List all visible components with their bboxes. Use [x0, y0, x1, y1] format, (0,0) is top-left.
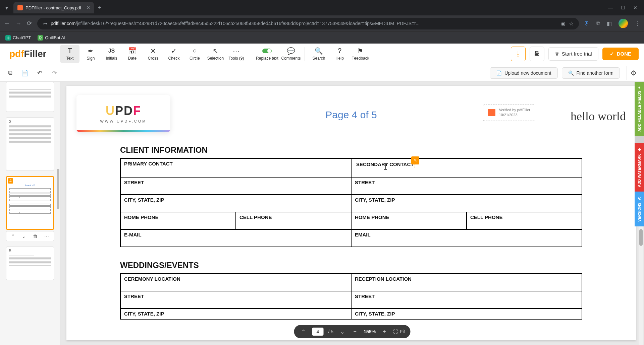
browser-menu-icon[interactable]: ⋮: [635, 20, 640, 27]
table-cell[interactable]: HOME PHONE: [351, 212, 467, 229]
bookmark-star-icon[interactable]: ☆: [569, 20, 574, 27]
tool-initials[interactable]: JSInitials: [102, 45, 121, 63]
side-tab-fillable-fields[interactable]: ADD FILLABLE FIELDS +: [635, 82, 644, 136]
page-thumbnail[interactable]: 5: [6, 247, 54, 280]
minimize-icon[interactable]: —: [608, 5, 613, 10]
upload-document-button[interactable]: 📄Upload new document: [490, 67, 557, 79]
document-page[interactable]: UPDF WWW.UPDF.COM Page 4 of 5 Verified b…: [66, 86, 636, 340]
tool-cross[interactable]: ✕Cross: [143, 45, 163, 63]
zoom-out-icon[interactable]: −: [351, 329, 359, 335]
comments-icon: 💬: [287, 47, 295, 55]
tool-check[interactable]: ✓Check: [164, 45, 183, 63]
document-actions-button[interactable]: 📄: [19, 67, 31, 79]
settings-button[interactable]: ⚙: [627, 66, 640, 80]
tool-circle[interactable]: ○Circle: [185, 45, 204, 63]
table-cell[interactable]: HOME PHONE: [120, 212, 236, 229]
shield-icon[interactable]: ⛨: [584, 20, 590, 26]
thumbnail-scrollbar[interactable]: [57, 169, 59, 209]
tool-text[interactable]: TText: [60, 45, 79, 63]
table-cell[interactable]: CEREMONY LOCATION: [120, 274, 351, 291]
tab-close-icon[interactable]: ×: [87, 5, 90, 11]
tool-tools[interactable]: ⋯Tools (9): [226, 45, 246, 63]
profile-avatar[interactable]: [619, 19, 628, 28]
table-cell[interactable]: EMAIL: [351, 229, 582, 247]
thumb-delete-icon[interactable]: 🗑: [33, 233, 38, 239]
google-lens-icon[interactable]: ◉: [561, 20, 566, 27]
table-cell[interactable]: PRIMARY CONTACT: [120, 158, 351, 177]
tool-replace-text[interactable]: Replace text: [254, 45, 280, 63]
table-cell[interactable]: STREET: [351, 291, 582, 308]
side-tab-watermark[interactable]: ADD WATERMARK ◆: [635, 143, 644, 192]
table-cell[interactable]: RECEPTION LOCATION: [351, 274, 582, 291]
workspace: 3 4 Page 4 of 5: [0, 82, 644, 345]
date-icon: 📅: [128, 47, 137, 55]
active-text-field[interactable]: SECONDARY CONTACT ✎: [355, 161, 415, 168]
done-button[interactable]: ✓DONE: [602, 48, 639, 60]
tab-list-dropdown-icon[interactable]: ▾: [3, 5, 11, 11]
next-page-icon[interactable]: ⌄: [338, 329, 346, 335]
verified-badge[interactable]: Verified by pdfFiller10/21/2023: [483, 105, 535, 121]
pdffiller-logo[interactable]: pdfFiller: [0, 49, 56, 59]
table-cell[interactable]: STREET: [120, 177, 351, 195]
reload-icon[interactable]: ⟳: [27, 20, 32, 27]
table-cell[interactable]: E-MAIL: [120, 229, 351, 247]
upload-doc-icon: 📄: [496, 70, 502, 76]
crown-icon: ♛: [555, 51, 559, 57]
thumb-more-icon[interactable]: ⋯: [44, 233, 49, 239]
download-button[interactable]: ⭳: [511, 47, 526, 61]
table-cell[interactable]: CITY, STATE, ZIP: [351, 308, 582, 319]
back-icon[interactable]: ←: [4, 20, 10, 27]
page-thumbnail[interactable]: [6, 82, 54, 112]
side-tab-versions[interactable]: VERSIONS ◷: [635, 192, 644, 226]
tool-search[interactable]: 🔍Search: [309, 45, 328, 63]
toolbar-separator: [250, 47, 250, 61]
nav-extension-icons: ⛨ ⧉ ◧ ⋮: [584, 19, 640, 28]
thumb-move-up-icon[interactable]: ⌃: [11, 233, 15, 239]
tab-favicon-icon: [17, 5, 23, 10]
tool-feedback[interactable]: ⚑Feedback: [351, 45, 370, 63]
bookmark-chatgpt[interactable]: ◎ ChatGPT: [5, 35, 31, 41]
new-tab-button[interactable]: +: [94, 4, 106, 11]
find-form-button[interactable]: 🔍Find another form: [562, 67, 620, 79]
fit-button[interactable]: ⛶Fit: [393, 329, 405, 334]
url-bar[interactable]: ⊶ pdffiller.com/jsfiller-desk16/?request…: [37, 18, 579, 29]
redo-button[interactable]: ↷: [48, 67, 60, 79]
table-cell[interactable]: CELL PHONE: [467, 212, 582, 229]
browser-tab[interactable]: PDFfiller - contract_Copy.pdf ×: [13, 2, 94, 13]
forward-icon[interactable]: →: [15, 20, 21, 27]
tool-sign[interactable]: ✒Sign: [81, 45, 100, 63]
page-thumbnail[interactable]: 3: [6, 117, 54, 171]
field-edit-icon[interactable]: ✎: [411, 156, 419, 164]
table-cell[interactable]: CITY, STATE, ZIP: [351, 195, 582, 212]
table-cell-active[interactable]: SECONDARY CONTACT ✎: [351, 158, 582, 177]
thumbnail-panel[interactable]: 3 4 Page 4 of 5: [0, 82, 60, 345]
thumb-move-down-icon[interactable]: ⌄: [22, 233, 26, 239]
maximize-icon[interactable]: ☐: [621, 5, 625, 10]
table-cell[interactable]: CITY, STATE, ZIP: [120, 195, 351, 212]
print-button[interactable]: 🖶: [530, 47, 544, 61]
table-cell[interactable]: STREET: [351, 177, 582, 195]
tool-date[interactable]: 📅Date: [122, 45, 142, 63]
current-page-input[interactable]: [312, 328, 324, 336]
pages-panel-button[interactable]: ⧉: [4, 67, 16, 79]
side-scrollbar-track[interactable]: [635, 136, 644, 143]
table-cell[interactable]: CELL PHONE: [236, 212, 351, 229]
tool-comments[interactable]: 💬Comments: [281, 45, 301, 63]
undo-button[interactable]: ↶: [34, 67, 46, 79]
user-text-annotation[interactable]: hello world: [571, 109, 626, 123]
site-info-icon[interactable]: ⊶: [43, 21, 47, 26]
close-window-icon[interactable]: ✕: [633, 5, 637, 10]
tool-help[interactable]: ?Help: [330, 45, 349, 63]
prev-page-icon[interactable]: ⌃: [300, 329, 308, 335]
canvas-area[interactable]: UPDF WWW.UPDF.COM Page 4 of 5 Verified b…: [60, 82, 644, 345]
table-cell[interactable]: CITY, STATE, ZIP: [120, 308, 351, 319]
page-thumbnail-active[interactable]: 4 Page 4 of 5: [6, 176, 54, 230]
bookmark-quillbot[interactable]: Q QuillBot AI: [38, 35, 65, 41]
extensions-icon[interactable]: ⧉: [596, 20, 600, 26]
table-cell[interactable]: STREET: [120, 291, 351, 308]
tab-bar: ▾ PDFfiller - contract_Copy.pdf × + — ☐ …: [0, 0, 644, 15]
sidepanel-icon[interactable]: ◧: [607, 20, 612, 27]
start-trial-button[interactable]: ♛Start free trial: [548, 47, 598, 61]
zoom-in-icon[interactable]: +: [380, 329, 388, 335]
tool-selection[interactable]: ↖Selection: [206, 45, 225, 63]
